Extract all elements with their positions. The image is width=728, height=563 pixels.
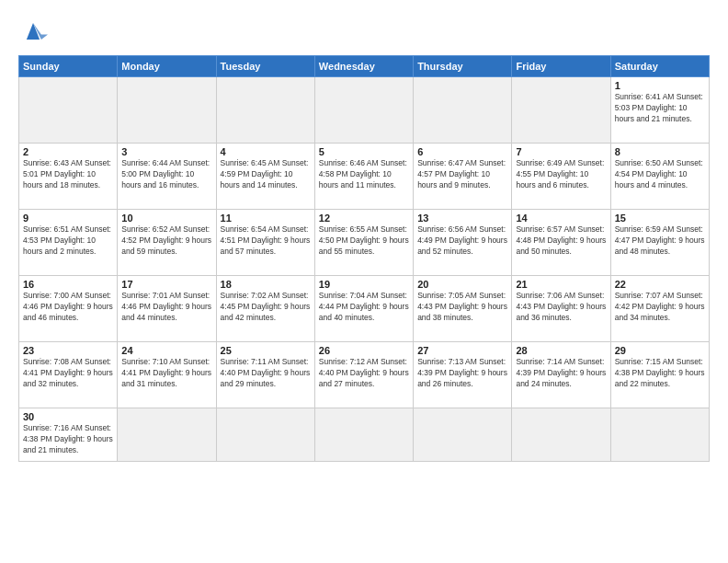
calendar: SundayMondayTuesdayWednesdayThursdayFrid… [18,55,710,462]
day-number: 16 [23,279,113,290]
calendar-cell [414,77,512,144]
calendar-cell [118,77,216,144]
day-info: Sunrise: 7:12 AM Sunset: 4:40 PM Dayligh… [319,357,409,390]
day-info: Sunrise: 6:52 AM Sunset: 4:52 PM Dayligh… [121,224,211,258]
calendar-cell: 11Sunrise: 6:54 AM Sunset: 4:51 PM Dayli… [216,210,314,276]
day-number: 1 [615,80,705,91]
page: SundayMondayTuesdayWednesdayThursdayFrid… [0,0,728,563]
day-info: Sunrise: 6:59 AM Sunset: 4:47 PM Dayligh… [615,224,705,258]
day-number: 18 [221,279,311,290]
calendar-cell: 4Sunrise: 6:45 AM Sunset: 4:59 PM Daylig… [216,144,314,210]
day-info: Sunrise: 7:04 AM Sunset: 4:44 PM Dayligh… [319,291,409,324]
day-number: 20 [417,279,507,290]
day-info: Sunrise: 6:51 AM Sunset: 4:53 PM Dayligh… [23,224,113,258]
day-number: 17 [121,279,211,290]
calendar-cell: 26Sunrise: 7:12 AM Sunset: 4:40 PM Dayli… [314,342,413,408]
day-number: 21 [516,279,606,290]
calendar-cell: 12Sunrise: 6:55 AM Sunset: 4:50 PM Dayli… [314,210,413,276]
day-number: 7 [516,146,606,157]
calendar-cell: 18Sunrise: 7:02 AM Sunset: 4:45 PM Dayli… [216,276,314,342]
calendar-cell [19,77,118,144]
day-number: 24 [121,345,211,356]
day-info: Sunrise: 7:10 AM Sunset: 4:41 PM Dayligh… [121,357,211,390]
calendar-cell: 22Sunrise: 7:07 AM Sunset: 4:42 PM Dayli… [610,276,709,342]
calendar-cell: 28Sunrise: 7:14 AM Sunset: 4:39 PM Dayli… [512,342,610,408]
logo [18,17,53,46]
weekday-row: SundayMondayTuesdayWednesdayThursdayFrid… [19,56,710,77]
day-number: 12 [319,213,409,224]
calendar-cell [118,408,216,462]
calendar-cell [512,77,610,144]
calendar-cell [610,408,709,462]
day-number: 11 [221,213,311,224]
day-info: Sunrise: 7:02 AM Sunset: 4:45 PM Dayligh… [221,291,311,324]
day-number: 27 [417,345,507,356]
calendar-cell: 8Sunrise: 6:50 AM Sunset: 4:54 PM Daylig… [610,144,709,210]
day-number: 3 [121,146,211,157]
day-number: 15 [615,213,705,224]
calendar-cell: 3Sunrise: 6:44 AM Sunset: 5:00 PM Daylig… [118,144,216,210]
calendar-cell: 15Sunrise: 6:59 AM Sunset: 4:47 PM Dayli… [610,210,709,276]
calendar-cell [216,408,314,462]
weekday-header: Wednesday [314,56,413,77]
calendar-cell: 24Sunrise: 7:10 AM Sunset: 4:41 PM Dayli… [118,342,216,408]
calendar-week-row: 9Sunrise: 6:51 AM Sunset: 4:53 PM Daylig… [19,210,710,276]
header [18,17,710,46]
day-info: Sunrise: 6:54 AM Sunset: 4:51 PM Dayligh… [221,224,311,258]
weekday-header: Thursday [414,56,512,77]
day-info: Sunrise: 7:08 AM Sunset: 4:41 PM Dayligh… [23,357,113,390]
calendar-week-row: 2Sunrise: 6:43 AM Sunset: 5:01 PM Daylig… [19,144,710,210]
day-info: Sunrise: 7:14 AM Sunset: 4:39 PM Dayligh… [516,357,606,390]
calendar-cell: 20Sunrise: 7:05 AM Sunset: 4:43 PM Dayli… [414,276,512,342]
day-info: Sunrise: 6:55 AM Sunset: 4:50 PM Dayligh… [319,224,409,258]
day-number: 23 [23,345,113,356]
calendar-cell: 7Sunrise: 6:49 AM Sunset: 4:55 PM Daylig… [512,144,610,210]
day-info: Sunrise: 6:56 AM Sunset: 4:49 PM Dayligh… [417,224,507,258]
calendar-cell: 14Sunrise: 6:57 AM Sunset: 4:48 PM Dayli… [512,210,610,276]
day-info: Sunrise: 6:45 AM Sunset: 4:59 PM Dayligh… [221,158,311,191]
day-info: Sunrise: 6:47 AM Sunset: 4:57 PM Dayligh… [417,158,507,191]
calendar-cell: 27Sunrise: 7:13 AM Sunset: 4:39 PM Dayli… [414,342,512,408]
weekday-header: Saturday [610,56,709,77]
day-info: Sunrise: 6:49 AM Sunset: 4:55 PM Dayligh… [516,158,606,191]
day-info: Sunrise: 7:11 AM Sunset: 4:40 PM Dayligh… [221,357,311,390]
weekday-header: Monday [118,56,216,77]
day-info: Sunrise: 7:05 AM Sunset: 4:43 PM Dayligh… [417,291,507,324]
calendar-cell [216,77,314,144]
calendar-cell: 16Sunrise: 7:00 AM Sunset: 4:46 PM Dayli… [19,276,118,342]
day-info: Sunrise: 7:15 AM Sunset: 4:38 PM Dayligh… [615,357,705,390]
day-number: 14 [516,213,606,224]
day-info: Sunrise: 7:16 AM Sunset: 4:38 PM Dayligh… [23,423,113,456]
day-number: 26 [319,345,409,356]
day-number: 13 [417,213,507,224]
calendar-cell: 29Sunrise: 7:15 AM Sunset: 4:38 PM Dayli… [610,342,709,408]
calendar-cell [314,77,413,144]
day-number: 10 [121,213,211,224]
calendar-cell: 10Sunrise: 6:52 AM Sunset: 4:52 PM Dayli… [118,210,216,276]
day-number: 6 [417,146,507,157]
day-info: Sunrise: 7:01 AM Sunset: 4:46 PM Dayligh… [121,291,211,324]
day-number: 30 [23,411,113,422]
calendar-header: SundayMondayTuesdayWednesdayThursdayFrid… [19,56,710,77]
weekday-header: Tuesday [216,56,314,77]
weekday-header: Sunday [19,56,118,77]
day-info: Sunrise: 7:07 AM Sunset: 4:42 PM Dayligh… [615,291,705,324]
day-info: Sunrise: 6:57 AM Sunset: 4:48 PM Dayligh… [516,224,606,258]
day-info: Sunrise: 6:50 AM Sunset: 4:54 PM Dayligh… [615,158,705,191]
day-number: 28 [516,345,606,356]
calendar-cell: 1Sunrise: 6:41 AM Sunset: 5:03 PM Daylig… [610,77,709,144]
calendar-cell: 19Sunrise: 7:04 AM Sunset: 4:44 PM Dayli… [314,276,413,342]
calendar-cell: 30Sunrise: 7:16 AM Sunset: 4:38 PM Dayli… [19,408,118,462]
calendar-week-row: 30Sunrise: 7:16 AM Sunset: 4:38 PM Dayli… [19,408,710,462]
calendar-cell [314,408,413,462]
calendar-cell: 6Sunrise: 6:47 AM Sunset: 4:57 PM Daylig… [414,144,512,210]
calendar-cell: 13Sunrise: 6:56 AM Sunset: 4:49 PM Dayli… [414,210,512,276]
day-info: Sunrise: 7:00 AM Sunset: 4:46 PM Dayligh… [23,291,113,324]
calendar-week-row: 23Sunrise: 7:08 AM Sunset: 4:41 PM Dayli… [19,342,710,408]
day-number: 25 [221,345,311,356]
logo-icon [18,17,48,46]
calendar-week-row: 16Sunrise: 7:00 AM Sunset: 4:46 PM Dayli… [19,276,710,342]
day-number: 29 [615,345,705,356]
day-number: 22 [615,279,705,290]
weekday-header: Friday [512,56,610,77]
